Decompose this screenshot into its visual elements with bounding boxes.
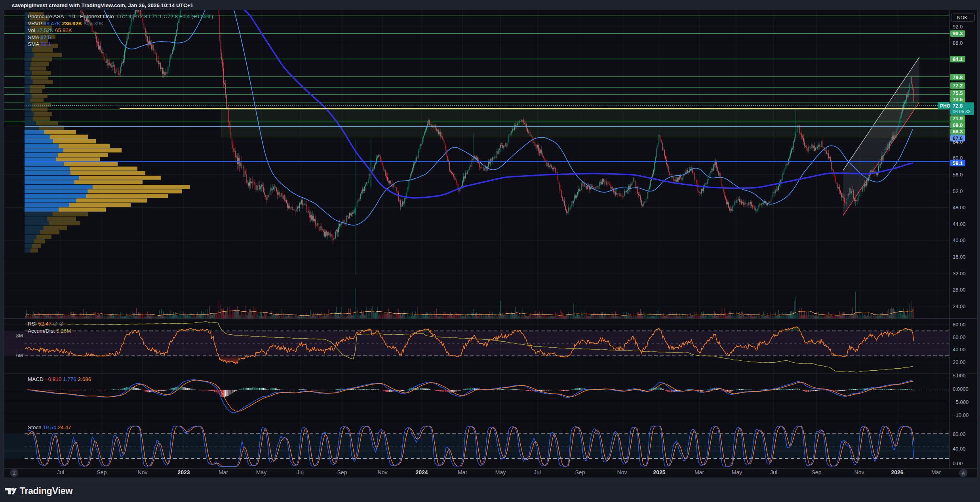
svg-text:Vol 17.52K 65.92K: Vol 17.52K 65.92K xyxy=(28,27,72,33)
svg-text:90.3: 90.3 xyxy=(953,30,963,36)
svg-text:Nov: Nov xyxy=(138,469,148,475)
svg-text:2026: 2026 xyxy=(891,469,903,475)
svg-text:0.0000: 0.0000 xyxy=(953,386,969,392)
svg-text:savepiginvest created with Tra: savepiginvest created with TradingView.c… xyxy=(12,2,194,8)
svg-text:88.0: 88.0 xyxy=(953,40,963,46)
svg-text:67.6: 67.6 xyxy=(953,135,963,141)
svg-text:TradingView: TradingView xyxy=(20,486,73,496)
svg-text:79.8: 79.8 xyxy=(953,74,963,80)
svg-text:NOK: NOK xyxy=(957,15,967,21)
svg-text:Mar: Mar xyxy=(931,469,941,475)
svg-text:32.00: 32.00 xyxy=(953,271,966,277)
svg-text:Accum/Dist 5.26M: Accum/Dist 5.26M xyxy=(28,328,71,334)
svg-text:48.00: 48.00 xyxy=(953,205,966,210)
svg-text:75.5: 75.5 xyxy=(953,90,963,96)
svg-text:8M: 8M xyxy=(16,333,23,339)
svg-text:2023: 2023 xyxy=(177,469,190,475)
svg-text:SMA 59.1: SMA 59.1 xyxy=(28,41,51,47)
svg-text:59.1: 59.1 xyxy=(953,160,963,166)
svg-text:73.6: 73.6 xyxy=(953,97,963,102)
svg-text:Jul: Jul xyxy=(57,469,64,475)
svg-text:Nov: Nov xyxy=(378,469,388,475)
svg-text:92.0: 92.0 xyxy=(953,24,963,30)
svg-text:VRVP 69.47K 236.92K 306.39K: VRVP 69.47K 236.92K 306.39K xyxy=(28,21,104,27)
svg-text:80.00: 80.00 xyxy=(953,431,966,437)
svg-text:72.8: 72.8 xyxy=(953,103,963,109)
svg-text:MACD −0.910 1.776 2.686: MACD −0.910 1.776 2.686 xyxy=(28,376,91,382)
svg-text:Mar: Mar xyxy=(219,469,228,475)
svg-text:−10.00: −10.00 xyxy=(953,412,969,418)
svg-text:Jul: Jul xyxy=(297,469,304,475)
svg-text:56.0: 56.0 xyxy=(953,172,963,178)
svg-text:84.1: 84.1 xyxy=(953,56,963,62)
svg-text:68.3: 68.3 xyxy=(953,129,963,134)
svg-text:40.00: 40.00 xyxy=(953,446,966,452)
svg-text:71.9: 71.9 xyxy=(953,116,963,121)
svg-text:May: May xyxy=(256,469,266,475)
svg-text:Sep: Sep xyxy=(812,469,822,475)
svg-text:5.000: 5.000 xyxy=(953,373,966,379)
svg-text:A: A xyxy=(962,471,965,475)
svg-text:36.00: 36.00 xyxy=(953,254,966,260)
svg-text:6M: 6M xyxy=(16,353,23,358)
svg-text:Sep: Sep xyxy=(575,469,585,475)
svg-text:0.00: 0.00 xyxy=(953,460,963,466)
svg-text:May: May xyxy=(732,469,742,475)
svg-text:Nov: Nov xyxy=(854,469,864,475)
svg-text:Mar: Mar xyxy=(695,469,704,475)
svg-text:28.00: 28.00 xyxy=(953,287,966,293)
svg-text:20.00: 20.00 xyxy=(953,359,966,365)
svg-text:Jul: Jul xyxy=(770,469,777,475)
svg-text:52.0: 52.0 xyxy=(953,188,963,194)
svg-text:2025: 2025 xyxy=(653,469,665,475)
svg-text:RSI 52.47 ∅ ∅: RSI 52.47 ∅ ∅ xyxy=(28,321,64,327)
svg-text:44.00: 44.00 xyxy=(953,221,966,227)
svg-text:60.00: 60.00 xyxy=(953,334,966,340)
svg-text:06:05:33: 06:05:33 xyxy=(953,109,970,114)
svg-text:77.2: 77.2 xyxy=(953,83,963,89)
svg-text:24.00: 24.00 xyxy=(953,303,966,309)
svg-text:2024: 2024 xyxy=(415,469,428,475)
svg-text:Sep: Sep xyxy=(337,469,347,475)
svg-text:Nov: Nov xyxy=(617,469,627,475)
svg-text:SMA 67.5: SMA 67.5 xyxy=(28,34,51,40)
svg-text:PHO: PHO xyxy=(940,103,950,109)
svg-text:Sep: Sep xyxy=(97,469,107,475)
svg-text:40.00: 40.00 xyxy=(953,237,966,243)
svg-text:80.00: 80.00 xyxy=(953,322,966,328)
svg-text:−5.000: −5.000 xyxy=(953,399,969,405)
svg-text:Mar: Mar xyxy=(458,469,467,475)
svg-text:Jul: Jul xyxy=(534,469,541,475)
svg-text:Photocure ASA · 1D · Euronext: Photocure ASA · 1D · Euronext Oslo O72.4… xyxy=(28,13,213,19)
svg-text:69.0: 69.0 xyxy=(953,122,963,128)
svg-text:Z: Z xyxy=(13,471,16,475)
svg-text:40.00: 40.00 xyxy=(953,347,966,352)
svg-text:May: May xyxy=(495,469,506,475)
svg-text:Stoch 19.54 24.47: Stoch 19.54 24.47 xyxy=(28,424,71,430)
